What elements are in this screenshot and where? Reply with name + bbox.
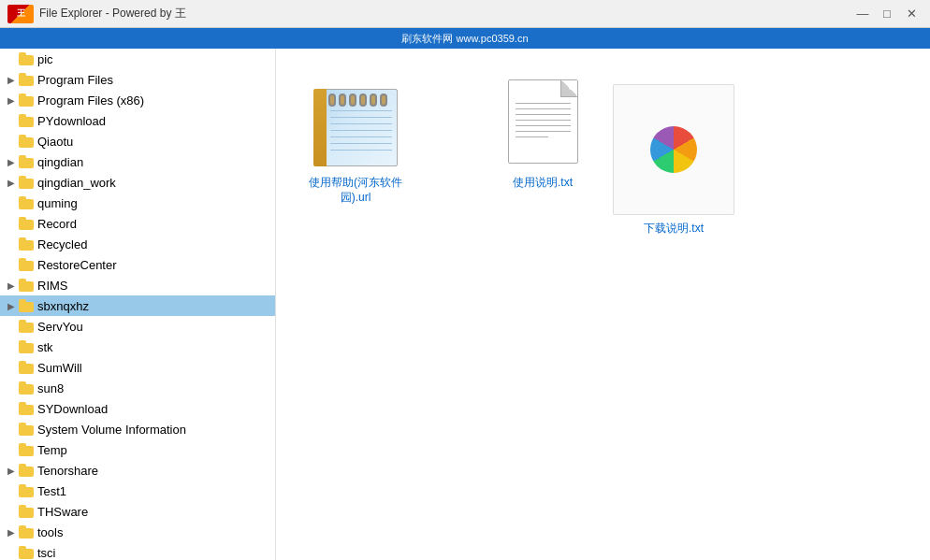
file-content-area[interactable]: 使用帮助(河东软件园).url — [276, 49, 930, 560]
sidebar-item-label: sbxnqxhz — [37, 299, 89, 313]
sidebar-item-label: Qiaotu — [37, 135, 73, 149]
txt-line — [516, 108, 571, 109]
sidebar-item-tools[interactable]: ▶ tools — [0, 522, 275, 542]
file-icon-txt — [496, 75, 589, 168]
sidebar[interactable]: pic ▶ Program Files ▶ Program Files (x86… — [0, 49, 276, 560]
sidebar-item-tenorshare[interactable]: ▶ Tenorshare — [0, 460, 275, 481]
folder-icon — [19, 423, 34, 436]
loading-thumbnail — [613, 84, 734, 215]
sidebar-item-system-volume-info[interactable]: System Volume Information — [0, 419, 275, 439]
sidebar-item-qingdian-work[interactable]: ▶ qingdian_work — [0, 172, 275, 193]
maximize-button[interactable]: □ — [876, 5, 898, 23]
notepad-lines — [330, 110, 392, 161]
notepad-icon — [313, 78, 398, 166]
txt-lines — [516, 103, 571, 155]
sidebar-item-label: THSware — [37, 505, 88, 519]
folder-icon — [19, 217, 34, 230]
sidebar-item-restorecenter[interactable]: RestoreCenter — [0, 254, 275, 275]
sidebar-item-label: qingdian — [37, 155, 83, 169]
folder-icon — [19, 155, 34, 168]
minimize-button[interactable]: — — [851, 5, 874, 23]
arrow-right: ▶ — [4, 280, 19, 291]
sidebar-item-quming[interactable]: quming — [0, 193, 275, 213]
main-container: pic ▶ Program Files ▶ Program Files (x86… — [0, 49, 930, 560]
sidebar-item-label: ServYou — [37, 320, 83, 334]
sidebar-item-label: Record — [37, 217, 77, 231]
close-button[interactable]: ✕ — [900, 5, 923, 23]
txt-line — [516, 131, 571, 132]
sidebar-item-label: quming — [37, 196, 78, 210]
folder-icon — [19, 135, 34, 148]
spiral-ring — [349, 93, 356, 107]
spiral-ring — [359, 93, 367, 107]
sidebar-item-sun8[interactable]: sun8 — [0, 378, 275, 398]
sidebar-item-tsci[interactable]: tsci — [0, 542, 275, 560]
sidebar-item-qingdian[interactable]: ▶ qingdian — [0, 151, 275, 172]
sidebar-item-sumwill[interactable]: SumWill — [0, 357, 275, 378]
arrow-right: ▶ — [4, 95, 19, 106]
txt-line — [516, 136, 548, 137]
folder-icon — [19, 196, 34, 209]
sidebar-item-servyou[interactable]: ServYou — [0, 316, 275, 337]
title-bar: 王 File Explorer - Powered by 王 — □ ✕ — [0, 0, 930, 28]
arrow-right: ▶ — [4, 466, 19, 476]
sidebar-item-qiaotu[interactable]: Qiaotu — [0, 131, 275, 151]
sidebar-item-temp[interactable]: Temp — [0, 439, 275, 460]
folder-icon — [19, 176, 34, 189]
file-label-download: 下载说明.txt — [644, 221, 704, 237]
sidebar-item-record[interactable]: Record — [0, 213, 275, 234]
sidebar-item-rims[interactable]: ▶ RIMS — [0, 275, 275, 295]
folder-icon — [19, 464, 34, 477]
sidebar-item-program-files[interactable]: ▶ Program Files — [0, 69, 275, 90]
sidebar-item-stk[interactable]: stk — [0, 337, 275, 357]
txt-line — [516, 120, 571, 121]
sidebar-item-label: pic — [37, 52, 53, 66]
folder-icon — [19, 258, 34, 271]
window-title: File Explorer - Powered by 王 — [39, 6, 186, 22]
sidebar-item-label: Recycled — [37, 237, 87, 251]
sidebar-item-program-files-x86[interactable]: ▶ Program Files (x86) — [0, 90, 275, 110]
notepad-line — [330, 117, 392, 118]
txt-fold — [560, 80, 577, 97]
sidebar-item-recycled[interactable]: Recycled — [0, 234, 275, 254]
arrow-right: ▶ — [4, 301, 19, 311]
sidebar-item-label: tsci — [37, 546, 56, 560]
folder-icon — [19, 525, 34, 538]
window-controls: — □ ✕ — [851, 5, 923, 23]
sidebar-item-sbxnqxhz[interactable]: ▶ sbxnqxhz — [0, 295, 275, 316]
file-icon-notepad — [309, 75, 402, 168]
sidebar-item-thsware[interactable]: THSware — [0, 501, 275, 522]
folder-icon — [19, 402, 34, 415]
sidebar-item-label: Program Files — [37, 73, 113, 87]
sidebar-item-pydownload[interactable]: PYdownload — [0, 110, 275, 131]
notepad-body — [318, 89, 398, 166]
notepad-line — [330, 110, 392, 111]
spiral-ring — [339, 93, 346, 107]
file-item-txt[interactable]: 使用说明.txt — [482, 67, 603, 244]
arrow-right: ▶ — [4, 157, 19, 167]
watermark-text: 刷东软件网 www.pc0359.cn — [401, 32, 528, 46]
folder-icon — [19, 546, 34, 559]
folder-icon — [19, 52, 34, 65]
txt-document-icon — [508, 79, 578, 164]
sidebar-item-sydownload[interactable]: SYDownload — [0, 398, 275, 419]
notepad-line — [330, 136, 392, 137]
folder-icon — [19, 279, 34, 292]
sidebar-item-test1[interactable]: Test1 — [0, 481, 275, 501]
notepad-line — [330, 143, 392, 144]
sidebar-item-pic[interactable]: pic — [0, 49, 275, 69]
arrow-right: ▶ — [4, 75, 19, 85]
notepad-spiral — [327, 90, 389, 110]
file-item-download[interactable]: 下载说明.txt — [613, 77, 734, 244]
folder-icon — [19, 93, 34, 107]
folder-icon — [19, 114, 34, 127]
folder-icon — [19, 505, 34, 518]
sidebar-item-label: System Volume Information — [37, 423, 186, 437]
arrow-right: ▶ — [4, 527, 19, 538]
sidebar-item-label: Tenorshare — [37, 464, 98, 478]
sidebar-item-label: Program Files (x86) — [37, 93, 144, 108]
file-item-url[interactable]: 使用帮助(河东软件园).url — [295, 67, 416, 244]
folder-icon — [19, 443, 34, 456]
app-logo: 王 — [7, 5, 34, 23]
spiral-ring — [370, 93, 377, 107]
